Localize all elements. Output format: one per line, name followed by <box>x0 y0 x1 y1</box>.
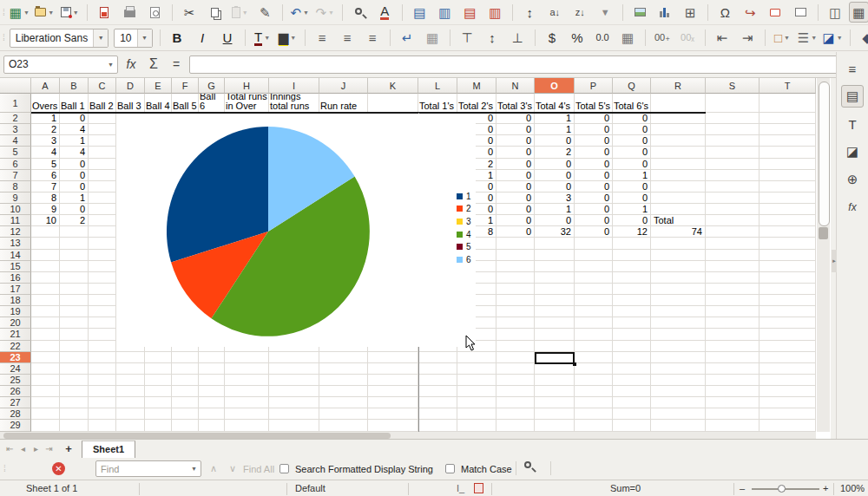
cell-A9[interactable]: 8 <box>31 193 60 204</box>
column-header-E[interactable]: E <box>145 78 172 94</box>
cell-D29[interactable] <box>116 420 145 431</box>
row-header-22[interactable]: 22 <box>0 341 31 352</box>
column-header-F[interactable]: F <box>172 78 199 94</box>
sort-descending-icon[interactable]: z↓ <box>569 2 592 23</box>
cell-B5[interactable]: 4 <box>60 147 89 158</box>
cell-C29[interactable] <box>89 420 116 431</box>
font-name-combo-dropdown-icon[interactable]: ▼ <box>93 29 108 47</box>
cell-P22[interactable] <box>575 341 613 352</box>
cell-L23[interactable] <box>418 352 457 363</box>
cell-P25[interactable] <box>575 375 613 386</box>
cell-Q14[interactable] <box>613 250 651 261</box>
cell-A24[interactable] <box>31 363 60 375</box>
cell-T5[interactable] <box>760 147 816 158</box>
column-header-J[interactable]: J <box>319 78 368 94</box>
cell-Q7[interactable]: 1 <box>613 170 651 181</box>
cell-A26[interactable] <box>31 386 60 397</box>
cell-K28[interactable] <box>368 408 418 420</box>
cell-S10[interactable] <box>706 204 760 215</box>
cell-R21[interactable] <box>651 329 706 340</box>
cell-A28[interactable] <box>31 408 60 420</box>
cell-O5[interactable]: 2 <box>535 147 575 158</box>
cell-N19[interactable] <box>496 306 535 317</box>
row-header-4[interactable]: 4 <box>0 135 31 147</box>
document-modified-icon[interactable] <box>474 483 483 493</box>
cell-O29[interactable] <box>535 420 575 431</box>
cell-G1[interactable]: Ball 6 <box>199 94 225 113</box>
cell-C3[interactable] <box>89 124 116 135</box>
column-header-N[interactable]: N <box>496 78 535 94</box>
cell-Q10[interactable]: 1 <box>613 204 651 215</box>
column-header-H[interactable]: H <box>225 78 269 94</box>
sum-icon[interactable]: Σ <box>144 56 163 72</box>
row-header-3[interactable]: 3 <box>0 124 31 135</box>
insert-image-icon[interactable] <box>628 2 652 23</box>
cell-R26[interactable] <box>651 386 706 397</box>
align-center-button[interactable]: ≡ <box>336 28 359 49</box>
cell-Q20[interactable] <box>613 317 651 329</box>
cell-T27[interactable] <box>760 397 816 408</box>
cell-N10[interactable]: 0 <box>496 204 535 215</box>
row-header-25[interactable]: 25 <box>0 375 31 386</box>
cell-S13[interactable] <box>706 238 760 249</box>
row-header-6[interactable]: 6 <box>0 159 31 170</box>
cell-J28[interactable] <box>319 408 368 420</box>
cell-Q28[interactable] <box>613 408 651 420</box>
cell-H23[interactable] <box>225 352 269 363</box>
cell-N22[interactable] <box>496 341 535 352</box>
cell-B29[interactable] <box>60 420 89 431</box>
equals-icon[interactable]: = <box>167 57 186 71</box>
cell-R10[interactable] <box>651 204 706 215</box>
column-header-K[interactable]: K <box>368 78 418 94</box>
function-wizard-icon[interactable]: fx <box>122 57 141 71</box>
date-format-button[interactable]: ▦ <box>616 28 640 49</box>
cell-O18[interactable] <box>535 295 575 306</box>
cell-C9[interactable] <box>89 193 116 204</box>
cell-R3[interactable] <box>651 124 706 135</box>
cell-B23[interactable] <box>60 352 89 363</box>
cell-R8[interactable] <box>651 181 706 193</box>
cell-R23[interactable] <box>651 352 706 363</box>
cell-A1[interactable]: Overs <box>31 94 60 113</box>
cell-H1[interactable]: Total runs in Over <box>225 94 269 113</box>
sidebar-settings-icon[interactable]: ≡ <box>841 57 864 80</box>
align-left-button[interactable]: ≡ <box>311 28 334 49</box>
cell-B14[interactable] <box>60 250 89 261</box>
cell-T25[interactable] <box>760 375 816 386</box>
cell-T6[interactable] <box>760 159 816 170</box>
cell-S27[interactable] <box>706 397 760 408</box>
first-sheet-icon[interactable]: ⇤ <box>3 444 16 454</box>
row-header-15[interactable]: 15 <box>0 261 31 272</box>
formula-input[interactable] <box>189 55 849 74</box>
cell-S1[interactable] <box>706 94 760 113</box>
cell-P20[interactable] <box>575 317 613 329</box>
cell-O12[interactable]: 32 <box>535 226 575 238</box>
cell-R22[interactable] <box>651 341 706 352</box>
cell-S23[interactable] <box>706 352 760 363</box>
cell-C1[interactable]: Ball 2 <box>89 94 116 113</box>
cell-T17[interactable] <box>760 284 816 295</box>
cell-C10[interactable] <box>89 204 116 215</box>
cell-I26[interactable] <box>269 386 319 397</box>
cell-A11[interactable]: 10 <box>31 215 60 226</box>
cell-A20[interactable] <box>31 317 60 329</box>
cell-I23[interactable] <box>269 352 319 363</box>
number-format-button[interactable]: 0.0 <box>591 28 615 49</box>
row-header-23[interactable]: 23 <box>0 352 31 363</box>
cell-J1[interactable]: Run rate <box>319 94 368 113</box>
navigator-icon[interactable]: ⊕ <box>841 168 864 191</box>
cell-H28[interactable] <box>225 408 269 420</box>
insert-column-before-icon[interactable]: ▥ <box>433 2 457 23</box>
cell-R12[interactable]: 74 <box>651 226 706 238</box>
cell-R24[interactable] <box>651 363 706 375</box>
cell-C2[interactable] <box>89 113 116 124</box>
column-header-D[interactable]: D <box>116 78 145 94</box>
cell-N24[interactable] <box>496 363 535 375</box>
cell-T20[interactable] <box>760 317 816 329</box>
cell-O27[interactable] <box>535 397 575 408</box>
cell-Q27[interactable] <box>613 397 651 408</box>
new-spreadsheet-icon-dropdown[interactable]: ▼ <box>23 10 30 16</box>
cell-C24[interactable] <box>89 363 116 375</box>
cell-A27[interactable] <box>31 397 60 408</box>
cell-E27[interactable] <box>145 397 172 408</box>
